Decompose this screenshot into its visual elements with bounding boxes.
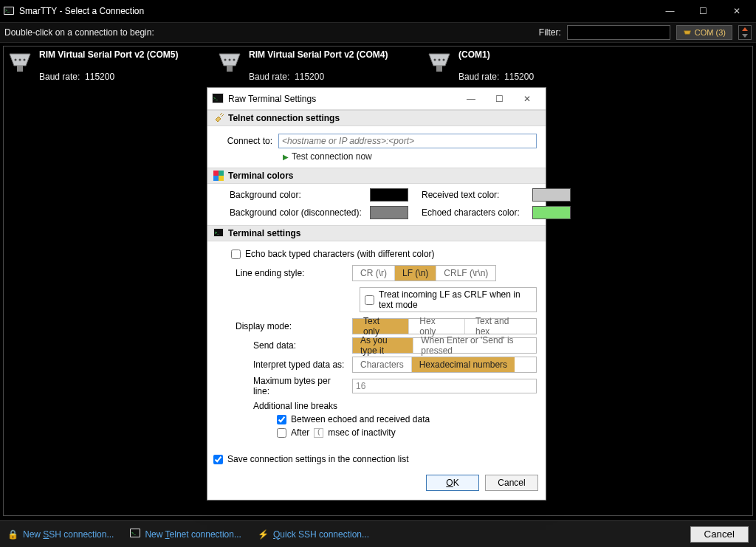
app-title: SmarTTY - Select a Connection [19, 6, 144, 16]
break-after-input[interactable] [314, 428, 323, 438]
connection-baudrate: Baud rate: 115200 [39, 72, 179, 82]
svg-rect-23 [213, 171, 219, 176]
break-between-checkbox[interactable] [277, 415, 286, 424]
line-ending-cr[interactable]: CR (\r) [353, 266, 395, 281]
svg-rect-11 [436, 66, 442, 72]
save-settings-checkbox[interactable] [213, 455, 223, 464]
filter-bar: Double-click on a connection to begin: F… [0, 22, 756, 43]
connection-name: RIM Virtual Serial Port v2 (COM4) [249, 49, 388, 60]
display-mode-label: Display mode: [236, 321, 346, 331]
connection-item[interactable]: RIM Virtual Serial Port v2 (COM4) Baud r… [216, 49, 408, 82]
app-icon: >_ [3, 5, 15, 17]
svg-rect-3 [17, 66, 23, 72]
serial-port-icon [426, 49, 453, 73]
display-mode-text[interactable]: Text only [353, 319, 409, 334]
play-icon: ▶ [283, 153, 289, 161]
send-data-label: Send data: [236, 340, 346, 351]
break-after-pre: After [291, 427, 309, 438]
lock-icon: 🔒 [7, 529, 18, 540]
svg-rect-26 [219, 176, 224, 181]
test-connection-link[interactable]: ▶ Test connection now [283, 151, 537, 162]
ok-button[interactable]: OK [426, 475, 479, 491]
max-bytes-input[interactable] [352, 379, 537, 393]
display-mode-selector: Text only Hex only Text and hex [352, 318, 537, 334]
recv-color-swatch[interactable] [532, 188, 571, 202]
new-ssh-link[interactable]: 🔒 New SSH connection... [7, 529, 114, 540]
treat-lf-label: Treat incoming LF as CRLF when in text m… [379, 289, 532, 310]
main-titlebar: >_ SmarTTY - Select a Connection — ☐ ✕ [0, 0, 756, 22]
interpret-selector: Characters Hexadecimal numbers [352, 357, 537, 373]
send-data-selector: As you type it When Enter or 'Send' is p… [352, 337, 537, 354]
display-mode-hex[interactable]: Hex only [409, 319, 465, 334]
serial-port-icon [683, 28, 692, 37]
svg-point-8 [224, 59, 227, 61]
main-minimize-button[interactable]: — [653, 0, 687, 22]
display-mode-both[interactable]: Text and hex [465, 319, 536, 334]
save-settings-label: Save connection settings in the connecti… [227, 454, 408, 464]
main-close-button[interactable]: ✕ [720, 0, 753, 22]
dialog-close-button[interactable]: ✕ [513, 89, 541, 109]
filter-hint: Double-click on a connection to begin: [4, 27, 154, 38]
send-data-enter[interactable]: When Enter or 'Send' is pressed [413, 338, 536, 353]
svg-point-13 [439, 59, 441, 61]
connection-item[interactable]: RIM Virtual Serial Port v2 (COM5) Baud r… [7, 49, 199, 82]
svg-point-6 [24, 59, 26, 61]
svg-line-21 [220, 113, 222, 115]
svg-rect-24 [219, 171, 224, 176]
bgdc-color-label: Background color (disconnected): [230, 207, 362, 218]
bg-color-swatch[interactable] [370, 188, 408, 202]
send-data-typing[interactable]: As you type it [353, 338, 413, 353]
connection-name: (COM1) [458, 49, 534, 60]
raw-terminal-settings-dialog: >_ Raw Terminal Settings — ☐ ✕ Telnet co… [207, 87, 546, 500]
svg-rect-7 [227, 66, 233, 72]
dialog-maximize-button[interactable]: ☐ [485, 89, 513, 109]
connection-baudrate: Baud rate: 115200 [458, 72, 534, 82]
svg-text:>_: >_ [5, 8, 10, 13]
interpret-hex[interactable]: Hexadecimal numbers [412, 357, 515, 372]
terminal-icon: >_ [212, 93, 224, 105]
recv-color-label: Received text color: [422, 190, 525, 200]
main-maximize-button[interactable]: ☐ [687, 0, 720, 22]
echo-color-swatch[interactable] [532, 206, 571, 219]
bolt-icon: ⚡ [258, 529, 269, 540]
filter-input[interactable] [567, 25, 670, 40]
interpret-label: Interpret typed data as: [236, 359, 346, 370]
bgdc-color-swatch[interactable] [370, 206, 408, 219]
sort-toggle[interactable] [738, 25, 752, 40]
plug-icon [213, 113, 224, 123]
svg-point-12 [434, 59, 436, 61]
cancel-button[interactable]: Cancel [690, 526, 749, 543]
colors-section-title: Terminal colors [228, 171, 293, 181]
treat-lf-checkbox[interactable] [365, 295, 374, 305]
svg-point-4 [15, 59, 17, 61]
break-after-checkbox[interactable] [277, 428, 286, 438]
line-ending-label: Line ending style: [236, 268, 346, 278]
interpret-chars[interactable]: Characters [353, 357, 412, 372]
connection-item[interactable]: (COM1) Baud rate: 115200 [426, 49, 618, 82]
dialog-titlebar: >_ Raw Terminal Settings — ☐ ✕ [207, 88, 546, 110]
dialog-minimize-button[interactable]: — [457, 89, 485, 109]
svg-point-5 [19, 59, 21, 61]
new-telnet-link[interactable]: >_ New Telnet connection... [130, 529, 241, 540]
com-ports-label: COM (3) [695, 28, 726, 37]
serial-port-icon [7, 49, 33, 73]
com-ports-button[interactable]: COM (3) [676, 25, 732, 40]
connect-to-input[interactable] [278, 134, 537, 148]
telnet-section-title: Telnet connection settings [228, 113, 340, 123]
connection-name: RIM Virtual Serial Port v2 (COM5) [39, 49, 179, 60]
echo-back-label: Echo back typed characters (with differe… [245, 249, 435, 259]
additional-breaks-label: Additional line breaks [253, 401, 537, 411]
quick-ssh-link[interactable]: ⚡ Quick SSH connection... [258, 529, 369, 540]
terminal-icon: >_ [213, 228, 224, 238]
dialog-cancel-button[interactable]: Cancel [485, 475, 538, 491]
line-ending-lf[interactable]: LF (\n) [395, 266, 436, 281]
connection-baudrate: Baud rate: 115200 [249, 72, 388, 82]
max-bytes-label: Maximum bytes per line: [236, 376, 346, 396]
svg-point-14 [443, 59, 445, 61]
echo-color-label: Echoed characters color: [422, 207, 525, 218]
echo-back-checkbox[interactable] [231, 250, 241, 259]
bottom-bar: 🔒 New SSH connection... >_ New Telnet co… [0, 520, 756, 547]
terminal-icon: >_ [130, 529, 140, 540]
filter-label: Filter: [539, 27, 561, 38]
line-ending-crlf[interactable]: CRLF (\r\n) [436, 266, 495, 281]
